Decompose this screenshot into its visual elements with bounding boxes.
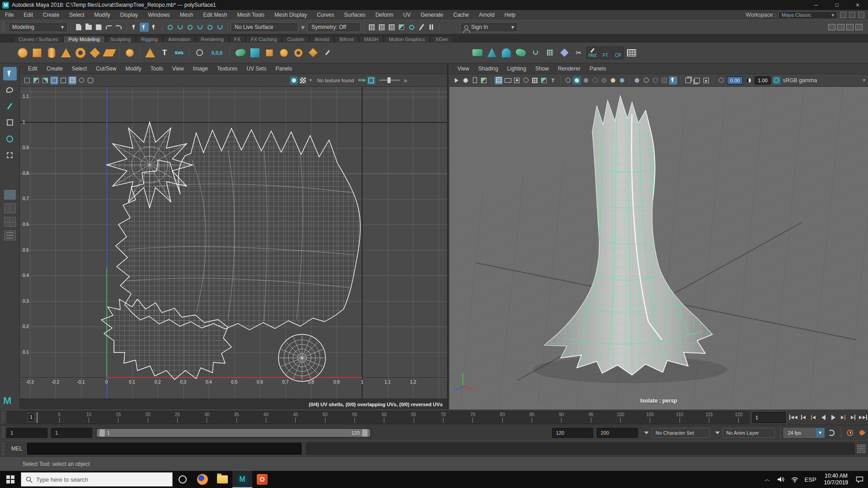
snap-projected-center-icon[interactable]: [195, 23, 204, 32]
field-chart-icon[interactable]: [531, 76, 539, 84]
maya-app-taskbar-icon[interactable]: M: [232, 471, 252, 488]
shelf-tab[interactable]: Animation: [163, 36, 195, 42]
snap-make-live-icon[interactable]: [215, 23, 224, 32]
fps-select[interactable]: 24 fps ▾: [783, 428, 825, 438]
viewport-menu-item[interactable]: Lighting: [503, 66, 531, 72]
select-object-icon[interactable]: [140, 23, 149, 32]
alpha-channel-icon[interactable]: [367, 76, 375, 84]
menu-item[interactable]: Edit Mesh: [198, 10, 232, 20]
uv-dim-image-slider[interactable]: [379, 80, 400, 81]
layout-two-pane-button[interactable]: [4, 203, 16, 213]
uv-menu-item[interactable]: Create: [42, 66, 67, 72]
shelf-tab[interactable]: Arnold: [310, 36, 334, 42]
layout-outliner-button[interactable]: [4, 230, 16, 240]
step-forward-button[interactable]: [848, 412, 858, 423]
copy-buffer-icon[interactable]: [684, 76, 692, 84]
shelf-tab[interactable]: Motion Graphics: [384, 36, 430, 42]
wireframe-icon[interactable]: [564, 76, 572, 84]
uv-menu-item[interactable]: UV Sets: [242, 66, 271, 72]
command-input[interactable]: [27, 443, 302, 455]
open-scene-icon[interactable]: [84, 23, 93, 32]
current-frame-cell[interactable]: 1: [28, 413, 35, 422]
redo-icon[interactable]: [114, 23, 123, 32]
scissors-icon[interactable]: ✂: [572, 46, 585, 60]
menu-item[interactable]: Arnold: [474, 10, 500, 20]
snap-grid-icon[interactable]: [165, 23, 175, 32]
grip-handle[interactable]: [1, 411, 5, 423]
chevron-down-icon[interactable]: ▾: [863, 77, 865, 83]
shelf-tab[interactable]: MASH: [359, 36, 383, 42]
next-key-button[interactable]: [838, 412, 848, 423]
uv-shell-border-icon[interactable]: [32, 76, 40, 84]
go-to-start-button[interactable]: [788, 412, 798, 423]
quad-draw-icon[interactable]: [471, 46, 484, 60]
exposure-icon[interactable]: [717, 76, 725, 84]
motion-blur-icon[interactable]: [618, 76, 626, 84]
launch-render-view-icon[interactable]: [407, 23, 416, 32]
menu-item[interactable]: Modify: [89, 10, 115, 20]
viewport-canvas-area[interactable]: Isolate : persp: [449, 87, 868, 409]
menu-item[interactable]: Edit: [19, 10, 38, 20]
language-indicator[interactable]: ESP: [802, 471, 819, 488]
combine-icon[interactable]: [248, 46, 262, 60]
color-mode-label[interactable]: sRGB gamma: [783, 77, 817, 84]
scale-tool[interactable]: [3, 148, 17, 162]
poly-cone-icon[interactable]: [59, 46, 73, 60]
menu-item[interactable]: Curves: [312, 10, 339, 20]
uv-menu-item[interactable]: Panels: [271, 66, 297, 72]
snap-point-icon[interactable]: [185, 23, 194, 32]
paste-buffer-icon[interactable]: [693, 76, 701, 84]
play-forwards-button[interactable]: [828, 412, 838, 423]
shelf-tab[interactable]: Rigging: [136, 36, 163, 42]
snap-together-icon[interactable]: [193, 46, 206, 60]
menu-set-select[interactable]: Modeling▾: [8, 22, 68, 32]
file-explorer-app-icon[interactable]: [212, 471, 232, 488]
current-frame-field[interactable]: 1: [752, 412, 786, 423]
greasepencil-icon[interactable]: [660, 76, 668, 84]
menu-item[interactable]: Select: [64, 10, 89, 20]
start-button[interactable]: [0, 471, 21, 488]
poly-primitives-menu-icon[interactable]: [123, 46, 137, 60]
smooth-icon[interactable]: [277, 46, 291, 60]
render-icon[interactable]: [377, 23, 386, 32]
volume-icon[interactable]: [775, 471, 787, 488]
chevron-down-icon[interactable]: ▾: [309, 77, 312, 83]
uv-checker-map-icon[interactable]: [299, 76, 307, 84]
snapshot-icon[interactable]: [702, 76, 710, 84]
viewport-menu-item[interactable]: Shading: [474, 66, 503, 72]
uv-menu-item[interactable]: Select: [67, 66, 91, 72]
bridge-icon[interactable]: [500, 46, 513, 60]
timeline-track[interactable]: 5101520253035404550556065707580859095100…: [7, 411, 750, 424]
gamma-icon[interactable]: [745, 76, 753, 84]
shelf-tab[interactable]: Rendering: [196, 36, 229, 42]
pause-viewport-icon[interactable]: [427, 23, 436, 32]
cortana-button[interactable]: [173, 471, 193, 488]
camera-attributes-icon[interactable]: [462, 76, 470, 84]
grip-handle[interactable]: [1, 427, 5, 438]
paint-effects-icon[interactable]: [417, 23, 426, 32]
uv-menu-item[interactable]: Image: [189, 66, 212, 72]
shelf-tab[interactable]: FX: [229, 36, 245, 42]
shelf-tab[interactable]: FX Caching: [246, 36, 282, 42]
snap-curve-icon[interactable]: [175, 23, 184, 32]
new-scene-icon[interactable]: [74, 23, 83, 32]
wifi-icon[interactable]: [789, 471, 801, 488]
grip-handle[interactable]: [1, 22, 5, 33]
sign-in-button[interactable]: Sign In ▾: [460, 22, 518, 32]
textured-icon[interactable]: [582, 76, 590, 84]
uv-texture-borders-icon[interactable]: [59, 76, 67, 84]
chevron-down-icon[interactable]: ▾: [301, 23, 305, 32]
minimize-button[interactable]: ─: [806, 0, 826, 10]
menu-item[interactable]: UV: [398, 10, 416, 20]
mirror-icon[interactable]: [514, 46, 528, 60]
symmetry-field[interactable]: Symmetry: Off: [307, 22, 361, 32]
ft-button[interactable]: FT: [599, 47, 611, 59]
lasso-tool[interactable]: [3, 83, 17, 97]
character-set-menu-icon[interactable]: [644, 432, 649, 434]
snap-view-plane-icon[interactable]: [205, 23, 214, 32]
select-tool[interactable]: [3, 67, 17, 80]
menu-item[interactable]: Help: [500, 10, 521, 20]
go-to-end-button[interactable]: [858, 412, 868, 423]
shelf-tab[interactable]: Sculpting: [105, 36, 136, 42]
gamma-field[interactable]: 1.00: [755, 76, 770, 84]
